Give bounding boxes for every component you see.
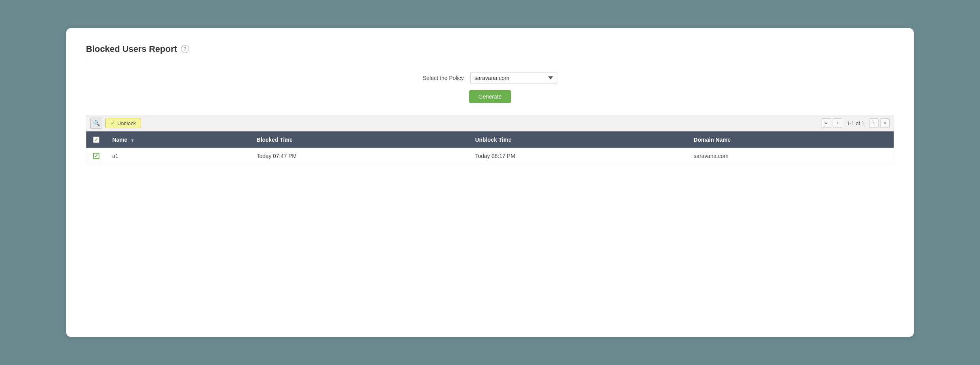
unblock-button[interactable]: ✓ Unblock [105, 118, 141, 128]
help-icon[interactable]: ? [181, 45, 189, 53]
toolbar-left: 🔍 ✓ Unblock [90, 118, 141, 129]
blocked-users-table: Name ▼ Blocked Time Unblock Time Domain … [86, 131, 894, 164]
row-domain-name: saravana.com [687, 148, 894, 164]
last-page-button[interactable]: » [880, 118, 890, 128]
col-blocked-time-label: Blocked Time [257, 137, 293, 143]
first-page-button[interactable]: « [822, 118, 831, 128]
col-unblock-time-label: Unblock Time [475, 137, 511, 143]
search-icon-button[interactable]: 🔍 [90, 118, 102, 129]
policy-select[interactable]: saravana.com [470, 72, 557, 84]
row-name: a1 [106, 148, 250, 164]
form-section: Select the Policy saravana.com Generate [86, 72, 894, 103]
table-header-row: Name ▼ Blocked Time Unblock Time Domain … [86, 131, 894, 148]
table-toolbar: 🔍 ✓ Unblock « ‹ 1-1 of 1 › » [86, 115, 894, 131]
unblock-label: Unblock [117, 120, 136, 126]
generate-button[interactable]: Generate [469, 90, 511, 103]
page-header: Blocked Users Report ? [86, 44, 894, 60]
table-row: a1 Today 07:47 PM Today 08:17 PM saravan… [86, 148, 894, 164]
pagination-info: 1-1 of 1 [847, 120, 864, 126]
page-title: Blocked Users Report [86, 44, 177, 54]
main-card: Blocked Users Report ? Select the Policy… [66, 28, 914, 337]
next-page-button[interactable]: › [869, 118, 879, 128]
col-unblock-time: Unblock Time [469, 131, 687, 148]
row-blocked-time: Today 07:47 PM [250, 148, 469, 164]
row-checkbox[interactable] [93, 153, 99, 159]
prev-page-button[interactable]: ‹ [833, 118, 842, 128]
unblock-checkmark: ✓ [111, 120, 115, 126]
col-checkbox [86, 131, 106, 148]
policy-label: Select the Policy [423, 75, 464, 81]
row-checkbox-cell [86, 148, 106, 164]
row-unblock-time: Today 08:17 PM [469, 148, 687, 164]
col-name-label: Name [112, 137, 128, 143]
outer-container: Blocked Users Report ? Select the Policy… [54, 16, 926, 349]
col-domain-name: Domain Name [687, 131, 894, 148]
toolbar-right: « ‹ 1-1 of 1 › » [822, 118, 890, 128]
col-domain-name-label: Domain Name [694, 137, 730, 143]
sort-icon: ▼ [131, 138, 135, 143]
policy-row: Select the Policy saravana.com [423, 72, 557, 84]
header-checkbox[interactable] [93, 137, 99, 143]
search-icon: 🔍 [93, 120, 100, 126]
col-blocked-time: Blocked Time [250, 131, 469, 148]
col-name: Name ▼ [106, 131, 250, 148]
